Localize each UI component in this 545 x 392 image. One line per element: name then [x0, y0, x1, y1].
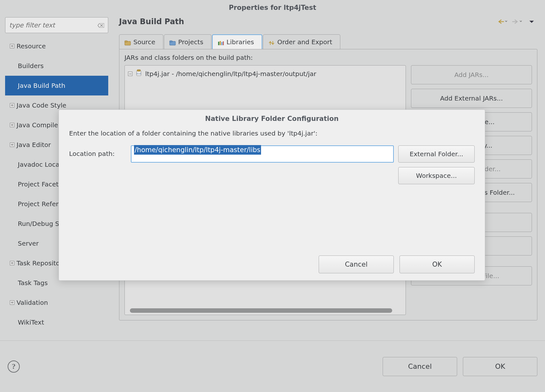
- svg-rect-10: [223, 41, 224, 45]
- modal-cancel-button[interactable]: Cancel: [319, 256, 394, 273]
- libraries-icon: [218, 39, 224, 45]
- svg-rect-8: [220, 41, 221, 45]
- external-folder-button[interactable]: External Folder...: [398, 145, 475, 163]
- native-library-dialog: Native Library Folder Configuration Ente…: [59, 109, 485, 281]
- modal-ok-button[interactable]: OK: [400, 256, 475, 273]
- tab-label: Libraries: [227, 38, 254, 46]
- location-path-label: Location path:: [69, 145, 126, 158]
- tab-libraries[interactable]: Libraries: [212, 34, 262, 49]
- workspace-button[interactable]: Workspace...: [398, 167, 475, 184]
- location-path-input[interactable]: /home/qichenglin/ltp/ltp4j-master/libs: [131, 145, 394, 163]
- svg-rect-9: [221, 42, 223, 45]
- modal-title: Native Library Folder Configuration: [59, 110, 485, 130]
- svg-rect-7: [218, 42, 219, 45]
- modal-prompt: Enter the location of a folder containin…: [69, 130, 475, 137]
